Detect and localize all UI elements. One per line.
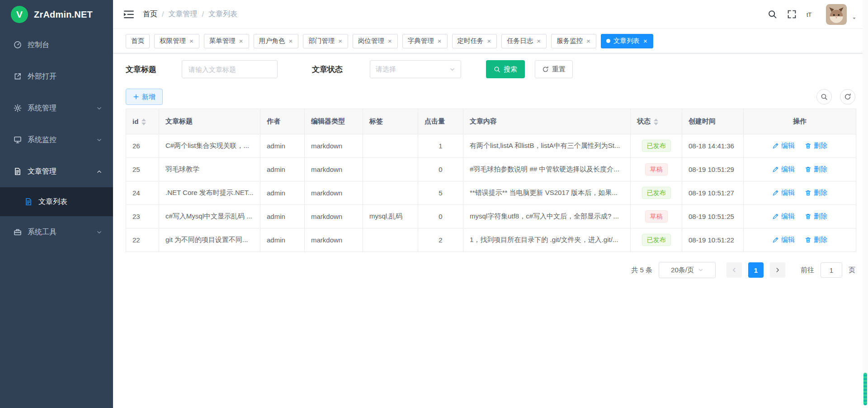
close-icon[interactable]: × [487,38,492,44]
sidebar-item-dashboard[interactable]: 控制台 [0,29,113,61]
reset-button[interactable]: 重置 [535,60,573,78]
cell-clicks: 5 [418,181,463,205]
edit-link[interactable]: 编辑 [772,142,795,150]
prev-page-button[interactable] [726,262,742,278]
search-button[interactable]: 搜索 [486,60,525,78]
goto-label: 前往 [801,266,814,275]
tab-3[interactable]: 用户角色× [254,34,299,48]
close-icon[interactable]: × [643,38,648,44]
cell-actions: 编辑删除 [744,205,856,228]
delete-icon [805,166,811,173]
sort-icon[interactable] [654,119,658,125]
close-icon[interactable]: × [288,38,293,44]
column-header-2: 作者 [260,109,305,134]
close-icon[interactable]: × [437,38,442,44]
delete-link[interactable]: 删除 [805,236,827,244]
sidebar-item-system-tools[interactable]: 系统工具 [0,216,113,248]
close-icon[interactable]: × [338,38,343,44]
page-number-button[interactable]: 1 [748,262,764,278]
tab-7[interactable]: 定时任务× [452,34,497,48]
cell-tags [363,181,418,205]
tab-label: 部门管理 [308,37,335,45]
fullscreen-icon[interactable] [787,9,797,19]
tab-10[interactable]: 文章列表× [601,34,653,48]
close-icon[interactable]: × [189,38,194,44]
delete-link[interactable]: 删除 [805,189,827,197]
dashboard-icon [14,41,22,49]
articles-table: id文章标题作者编辑器类型标签点击量文章内容状态创建时间操作26C#两个list… [126,109,856,252]
breadcrumb-item: 文章列表 [208,9,237,19]
tab-1[interactable]: 权限管理× [154,34,199,48]
cell-clicks: 1 [418,134,463,158]
column-header-1: 文章标题 [159,109,260,134]
tab-8[interactable]: 任务日志× [501,34,547,48]
chevron-right-icon [774,267,781,273]
font-size-icon[interactable]: tT [807,9,816,19]
delete-link[interactable]: 删除 [805,142,827,150]
sidebar-item-external-open[interactable]: 外部打开 [0,61,113,92]
cell-editor: markdown [305,205,363,228]
edit-link[interactable]: 编辑 [772,212,795,221]
column-header-5: 点击量 [418,109,463,134]
close-icon[interactable]: × [387,38,392,44]
column-header-0[interactable]: id [126,109,159,134]
scrollbar-thumb[interactable] [863,373,867,405]
avatar[interactable] [826,4,847,25]
column-header-4: 标签 [363,109,418,134]
breadcrumb-item[interactable]: 文章管理 [168,9,197,19]
next-page-button[interactable] [770,262,785,278]
tab-9[interactable]: 服务监控× [551,34,596,48]
sidebar-item-article-management[interactable]: 文章管理 [0,156,113,187]
sort-icon[interactable] [142,119,146,125]
delete-link[interactable]: 删除 [805,165,827,174]
tab-5[interactable]: 岗位管理× [353,34,398,48]
edit-icon [772,166,779,173]
sidebar-item-label: 系统管理 [28,104,57,113]
close-icon[interactable]: × [536,38,541,44]
top-navbar: 首页/文章管理/文章列表 tT [113,0,868,29]
navbar-right: tT [768,4,857,25]
cell-author: admin [260,134,305,158]
hamburger-icon[interactable] [124,10,134,19]
status-badge: 已发布 [642,234,671,246]
close-icon[interactable]: × [586,38,591,44]
delete-link-label: 删除 [814,236,827,244]
add-button[interactable]: 新增 [126,89,163,105]
cell-title: c#写入Mysql中文显示乱码 ... [159,205,260,228]
cell-content: **错误提示** 当电脑更新 VS2017 版本后，如果... [463,181,631,205]
tab-0[interactable]: 首页 [126,34,150,48]
document-icon [24,198,33,206]
page-size-select[interactable]: 20条/页 [659,262,716,278]
table-wrap: id文章标题作者编辑器类型标签点击量文章内容状态创建时间操作26C#两个list… [113,105,868,252]
cell-clicks: 2 [418,228,463,252]
tab-label: 文章列表 [613,37,640,45]
table-toolbar: 新增 [113,78,868,105]
cell-title: .NET Core 发布时提示.NET... [159,181,260,205]
sidebar-subitem-article-list[interactable]: 文章列表 [0,187,113,216]
search-icon[interactable] [768,9,777,19]
edit-icon [772,213,779,220]
title-filter-input[interactable] [182,60,278,78]
tab-6[interactable]: 字典管理× [402,34,448,48]
add-button-label: 新增 [142,93,156,101]
edit-link[interactable]: 编辑 [772,236,795,244]
goto-page-input[interactable] [821,262,842,278]
scrollbar[interactable] [863,0,868,408]
status-filter-select[interactable]: 请选择 [370,60,461,78]
refresh-table-button[interactable] [840,89,855,104]
cell-clicks: 0 [418,205,463,228]
cell-content: #羽毛球拍参数说明 ## 中管软硬选择以及长度介... [463,158,631,181]
caret-down-icon[interactable] [851,15,857,21]
tab-2[interactable]: 菜单管理× [204,34,249,48]
toggle-search-button[interactable] [816,89,832,104]
edit-link[interactable]: 编辑 [772,189,795,197]
edit-link[interactable]: 编辑 [772,165,795,174]
close-icon[interactable]: × [239,38,244,44]
delete-link-label: 删除 [814,189,827,197]
column-header-7[interactable]: 状态 [631,109,682,134]
delete-link[interactable]: 删除 [805,212,827,221]
pagination: 共 5 条 20条/页 1 前往 页 [113,252,868,278]
tab-4[interactable]: 部门管理× [303,34,348,48]
sidebar-item-system-monitor[interactable]: 系统监控 [0,124,113,156]
sidebar-item-system-management[interactable]: 系统管理 [0,92,113,124]
